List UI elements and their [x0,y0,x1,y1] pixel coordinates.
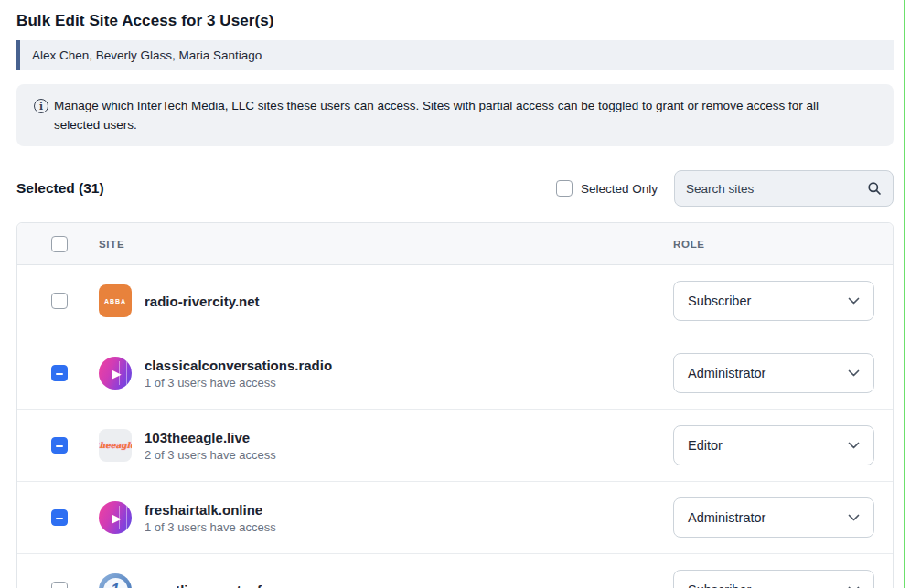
table-header: SITE ROLE [17,223,893,265]
selected-count: Selected (31) [16,180,104,197]
site-name: radio-rivercity.net [145,294,260,309]
table-row: ▶ freshairtalk.online 1 of 3 users have … [17,482,893,554]
site-access-count: 2 of 3 users have access [145,448,276,462]
site-logo: ▶ [99,357,132,390]
chevron-down-icon [848,514,860,521]
site-name: coastlinecountry.fm [145,583,273,588]
info-text: Manage which InterTech Media, LLC sites … [54,99,819,132]
site-logo: ▶ [99,501,132,534]
search-icon[interactable] [867,181,882,196]
role-value: Subscriber [688,583,751,588]
role-select[interactable]: Administrator [673,497,874,538]
select-all-checkbox[interactable] [51,236,68,252]
site-access-count: 1 of 3 users have access [145,520,276,534]
row-checkbox[interactable] [51,509,68,526]
selected-only-checkbox[interactable] [556,180,573,197]
selected-only-label: Selected Only [581,182,658,196]
table-row: 1 coastlinecountry.fm Subscriber [17,554,893,588]
row-checkbox[interactable] [51,437,68,454]
site-access-count: 1 of 3 users have access [145,376,332,390]
table-row: theeagle 103theeagle.live 2 of 3 users h… [17,410,893,482]
chevron-down-icon [848,297,860,305]
row-checkbox[interactable] [51,365,68,381]
toolbar: Selected (31) Selected Only [16,170,894,207]
row-checkbox[interactable] [51,582,68,588]
role-value: Administrator [688,366,765,380]
search-input[interactable] [686,182,867,196]
sites-table: SITE ROLE ABBA radio-rivercity.net Subsc… [16,222,894,588]
table-row: ▶ classicalconversations.radio 1 of 3 us… [17,337,893,410]
role-select[interactable]: Subscriber [673,281,874,321]
info-banner: i Manage which InterTech Media, LLC site… [16,84,894,146]
chevron-down-icon [848,442,860,449]
site-logo: theeagle [99,429,132,462]
page-title: Bulk Edit Site Access for 3 User(s) [16,0,894,30]
column-header-role: ROLE [673,239,893,250]
site-name: 103theeagle.live [145,430,276,445]
role-value: Subscriber [688,294,751,308]
role-select[interactable]: Subscriber [673,570,874,588]
info-icon: i [34,99,48,113]
role-value: Administrator [688,510,765,525]
search-box [674,170,894,207]
role-value: Editor [688,438,723,453]
site-name: freshairtalk.online [145,502,276,518]
role-select[interactable]: Administrator [673,353,874,393]
chevron-down-icon [848,369,860,377]
column-header-site: SITE [99,239,673,250]
site-logo: 1 [99,573,132,588]
right-edge-line [904,0,905,588]
users-summary: Alex Chen, Beverly Glass, Maria Santiago [16,40,894,70]
role-select[interactable]: Editor [673,425,874,465]
site-name: classicalconversations.radio [145,358,332,373]
site-logo: ABBA [99,284,132,317]
table-row: ABBA radio-rivercity.net Subscriber [17,265,893,337]
row-checkbox[interactable] [51,293,68,309]
